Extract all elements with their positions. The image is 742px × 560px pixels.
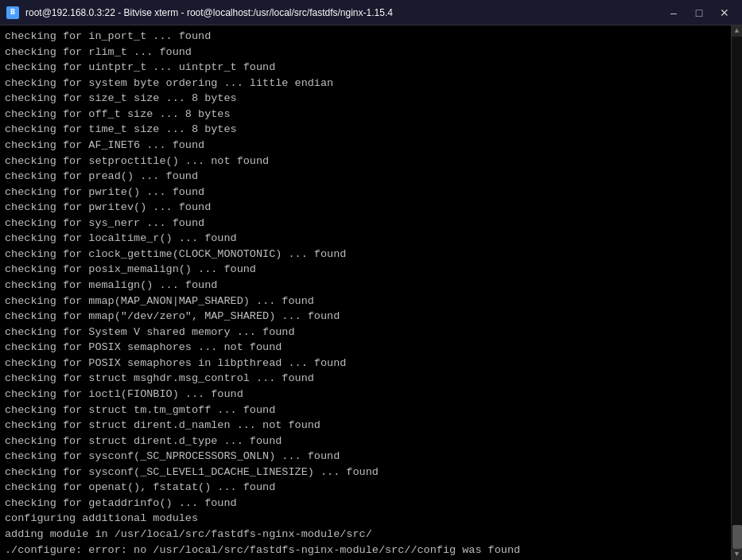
title-bar-left: B root@192.168.0.3:22 - Bitvise xterm - … [6,6,393,19]
terminal-line: checking for System V shared memory ... … [5,325,726,340]
terminal-line: checking for time_t size ... 8 bytes [5,122,726,138]
terminal-content[interactable]: checking for in_port_t ... foundchecking… [0,25,731,560]
terminal-line: checking for POSIX semaphores in libpthr… [5,356,726,371]
terminal-line: checking for sys_nerr ... found [5,216,726,231]
maximize-button[interactable]: □ [688,5,710,21]
minimize-button[interactable]: – [662,5,685,21]
terminal-line: checking for off_t size ... 8 bytes [5,107,726,122]
terminal-line: checking for struct tm.tm_gmtoff ... fou… [5,402,726,418]
terminal-line: checking for memalign() ... found [5,278,726,294]
terminal-line: ./configure: error: no /usr/local/src/fa… [5,542,726,558]
scroll-up-arrow[interactable]: ▲ [732,25,742,37]
terminal-line: checking for in_port_t ... found [5,29,726,45]
terminal-line: checking for size_t size ... 8 bytes [5,91,726,107]
terminal-line: adding module in /usr/local/src/fastdfs-… [5,527,726,542]
terminal-wrapper: checking for in_port_t ... foundchecking… [0,25,742,560]
window-controls: – □ ✕ [662,5,736,21]
terminal-line: checking for clock_gettime(CLOCK_MONOTON… [5,247,726,262]
terminal-line: checking for openat(), fstatat() ... fou… [5,480,726,496]
terminal-line: configuring additional modules [5,511,726,527]
terminal-line: checking for getaddrinfo() ... found [5,496,726,511]
terminal-line: checking for localtime_r() ... found [5,231,726,247]
scrollbar-track[interactable] [732,37,742,549]
terminal-line: checking for ioctl(FIONBIO) ... found [5,387,726,402]
terminal-line: checking for uintptr_t ... uintptr_t fou… [5,60,726,76]
app-window: B root@192.168.0.3:22 - Bitvise xterm - … [0,0,742,560]
window-title: root@192.168.0.3:22 - Bitvise xterm - ro… [25,7,393,18]
terminal-line: checking for pread() ... found [5,169,726,185]
terminal-line: checking for AF_INET6 ... found [5,138,726,154]
terminal-line: checking for setproctitle() ... not foun… [5,154,726,169]
terminal-line: checking for struct dirent.d_namlen ... … [5,418,726,434]
close-button[interactable]: ✕ [713,5,736,21]
terminal-line: checking for struct msghdr.msg_control .… [5,371,726,387]
scroll-down-arrow[interactable]: ▼ [732,549,742,560]
title-bar: B root@192.168.0.3:22 - Bitvise xterm - … [0,0,742,25]
scrollbar-thumb[interactable] [732,525,742,549]
terminal-line: checking for sysconf(_SC_LEVEL1_DCACHE_L… [5,465,726,480]
scrollbar[interactable]: ▲ ▼ [731,25,742,560]
app-icon: B [6,6,19,19]
terminal-line: checking for system byte ordering ... li… [5,76,726,91]
terminal-line: checking for posix_memalign() ... found [5,262,726,278]
terminal-line: checking for mmap(MAP_ANON|MAP_SHARED) .… [5,294,726,309]
terminal-line: checking for rlim_t ... found [5,45,726,60]
terminal-line: checking for POSIX semaphores ... not fo… [5,340,726,356]
terminal-line: checking for pwritev() ... found [5,200,726,216]
terminal-line: checking for struct dirent.d_type ... fo… [5,434,726,449]
terminal-line: checking for mmap("/dev/zero", MAP_SHARE… [5,309,726,325]
terminal-line: checking for pwrite() ... found [5,185,726,200]
terminal-line: checking for sysconf(_SC_NPROCESSORS_ONL… [5,449,726,465]
